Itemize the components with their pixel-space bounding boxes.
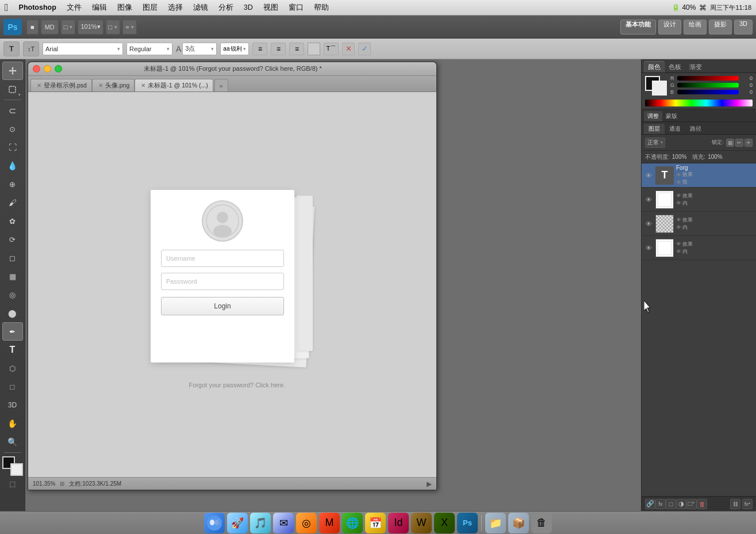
- workspace-paint-btn[interactable]: 绘画: [684, 20, 707, 35]
- tab-paths[interactable]: 路径: [685, 124, 706, 134]
- lock-paint-btn[interactable]: ✏: [735, 139, 743, 147]
- dock-app3[interactable]: W: [411, 513, 432, 533]
- align-center-btn[interactable]: ≡: [271, 43, 286, 55]
- menu-layer[interactable]: 图层: [143, 3, 158, 13]
- tool-healing[interactable]: ⊕: [2, 175, 23, 193]
- link-layers-btn[interactable]: 🔗: [645, 499, 655, 509]
- layer-eye-2[interactable]: 👁: [644, 219, 653, 228]
- menu-file[interactable]: 文件: [67, 3, 82, 13]
- fill-value[interactable]: 100%: [708, 154, 723, 160]
- layer-eye-0[interactable]: 👁: [644, 171, 653, 180]
- dock-photoshop[interactable]: Ps: [457, 513, 478, 533]
- dock-folder1[interactable]: 📁: [485, 513, 506, 533]
- apple-menu[interactable]: : [5, 2, 9, 14]
- tab-close-1[interactable]: ✕: [98, 82, 103, 89]
- tab-close-2[interactable]: ✕: [141, 82, 145, 89]
- menu-view[interactable]: 视图: [263, 3, 278, 13]
- layer-row-3[interactable]: 👁 👁 效果 👁 内: [642, 236, 756, 260]
- menu-3d[interactable]: 3D: [244, 3, 253, 12]
- workspace-photo-btn[interactable]: 摄影: [709, 20, 732, 35]
- warp-text-btn[interactable]: T⌒: [324, 43, 339, 55]
- dock-calendar[interactable]: 📅: [365, 513, 386, 533]
- menu-analyze[interactable]: 分析: [218, 3, 233, 13]
- tool-crop[interactable]: ⛶: [2, 138, 23, 157]
- menu-edit[interactable]: 编辑: [92, 3, 107, 13]
- blend-mode-dropdown[interactable]: 正常 ▾: [645, 138, 665, 148]
- font-size-input[interactable]: 3点 ▾: [182, 43, 217, 55]
- workspace-design-btn[interactable]: 设计: [658, 20, 681, 35]
- opacity-value[interactable]: 100%: [672, 154, 687, 160]
- tool-text[interactable]: T: [2, 341, 23, 359]
- document-canvas[interactable]: Username Passsword Login: [28, 92, 436, 477]
- g-track[interactable]: [677, 83, 739, 87]
- quick-mask-btn[interactable]: ⬚: [2, 477, 23, 491]
- doc-tab-1[interactable]: ✕ 头像.png: [92, 79, 135, 91]
- tool-path-select[interactable]: ⬡: [2, 359, 23, 377]
- delete-layer-btn[interactable]: 🗑: [697, 499, 707, 509]
- color-spectrum-bar[interactable]: [645, 100, 753, 106]
- add-mask-btn[interactable]: □: [666, 499, 676, 509]
- font-style-input[interactable]: Regular ▾: [126, 43, 172, 55]
- menu-image[interactable]: 图像: [117, 3, 132, 13]
- menu-filter[interactable]: 滤镜: [193, 3, 208, 13]
- workspace-3d-btn[interactable]: 3D: [734, 20, 753, 35]
- layer-row-1[interactable]: 👁 👁 效果 👁 内: [642, 188, 756, 212]
- align-left-btn[interactable]: ≡: [252, 43, 267, 55]
- tab-close-0[interactable]: ✕: [37, 82, 41, 89]
- tool-shape[interactable]: □: [2, 377, 23, 396]
- more-tabs-btn[interactable]: »: [214, 79, 228, 91]
- toolbar-extra-dropdown[interactable]: ≈▾: [122, 20, 137, 35]
- tool-move[interactable]: [2, 62, 23, 80]
- antialiasing-btn[interactable]: aa 锐利 ▾: [220, 43, 249, 55]
- dock-app2[interactable]: M: [319, 513, 340, 533]
- dock-trash[interactable]: 🗑: [531, 513, 552, 533]
- dock-launchpad[interactable]: 🚀: [227, 513, 248, 533]
- tool-history[interactable]: ⟳: [2, 230, 23, 249]
- tab-channels[interactable]: 通道: [665, 124, 685, 134]
- doc-tab-2[interactable]: ✕ 未标题-1 @ 101% (...): [135, 79, 213, 91]
- dock-folder2[interactable]: 📦: [508, 513, 529, 533]
- text-tool-toggle[interactable]: T: [3, 41, 20, 56]
- forgot-password-link[interactable]: Forgot your password? Click here.: [189, 382, 286, 388]
- confirm-text-btn[interactable]: ✓: [358, 43, 371, 55]
- font-family-input[interactable]: Arial ▾: [43, 43, 123, 55]
- layer-row-0[interactable]: 👁 T Forg 👁 效果 👁 投: [642, 163, 756, 188]
- dock-finder[interactable]: [204, 513, 225, 533]
- dock-indesign[interactable]: Id: [388, 513, 409, 533]
- login-button[interactable]: Login: [161, 297, 284, 315]
- tool-lasso[interactable]: ⊂: [2, 101, 23, 120]
- tool-eyedropper[interactable]: 💧: [2, 157, 23, 175]
- dock-mail[interactable]: ✉: [273, 513, 294, 533]
- toolbar-md-btn[interactable]: MD: [41, 20, 59, 35]
- statusbar-arrow[interactable]: ▶: [427, 480, 432, 488]
- text-orient-btn[interactable]: ↕T: [23, 41, 39, 56]
- tool-gradient[interactable]: ▦: [2, 267, 23, 285]
- tool-zoom[interactable]: 🔍: [2, 433, 23, 451]
- tool-hand[interactable]: ✋: [2, 414, 23, 433]
- tab-color[interactable]: 颜色: [644, 61, 665, 73]
- toolbar-save-btn[interactable]: ■: [26, 20, 39, 35]
- toolbar-zoom-dropdown[interactable]: 101%▾: [78, 20, 103, 35]
- dock-app4[interactable]: X: [434, 513, 455, 533]
- tool-marquee[interactable]: ▾: [2, 80, 23, 98]
- cancel-text-btn[interactable]: ✕: [342, 43, 355, 55]
- text-color-swatch[interactable]: [308, 43, 320, 55]
- tab-masks[interactable]: 蒙版: [662, 111, 681, 121]
- tool-eraser[interactable]: ◻: [2, 249, 23, 267]
- bg-color-box[interactable]: [652, 81, 667, 96]
- app-name[interactable]: Photoshop: [19, 3, 56, 12]
- username-input[interactable]: Username: [161, 250, 284, 267]
- background-color[interactable]: [10, 463, 23, 476]
- menu-help[interactable]: 帮助: [314, 3, 329, 13]
- tool-blur[interactable]: ◎: [2, 285, 23, 304]
- dock-chrome[interactable]: 🌐: [342, 513, 363, 533]
- doc-tab-0[interactable]: ✕ 登录框示例.psd: [30, 79, 92, 91]
- dock-app1[interactable]: ◎: [296, 513, 317, 533]
- layer-eye-3[interactable]: 👁: [644, 243, 653, 253]
- b-track[interactable]: [677, 90, 739, 94]
- align-right-btn[interactable]: ≡: [289, 43, 304, 55]
- tool-brush[interactable]: 🖌: [2, 193, 23, 212]
- lock-move-btn[interactable]: ✛: [745, 139, 753, 147]
- tab-layers[interactable]: 图层: [644, 124, 665, 134]
- link-chain-btn[interactable]: ⛓: [730, 499, 740, 509]
